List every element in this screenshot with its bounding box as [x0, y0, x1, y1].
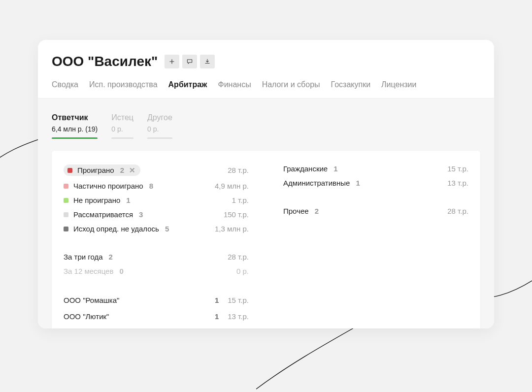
org-count: 1 [215, 312, 219, 321]
sub-tab-indicator [52, 137, 98, 139]
outcome-row[interactable]: Не проиграно11 т.р. [64, 193, 249, 207]
item-amount: 1,3 млн р. [215, 225, 249, 233]
comment-button[interactable] [182, 55, 197, 68]
color-chip [64, 184, 68, 189]
item-count: 1 [126, 196, 130, 204]
item-amount: 150 т.р. [224, 210, 249, 219]
org-row[interactable]: ООО "Лютик"113 т.р. [64, 308, 249, 325]
item-amount: 1 т.р. [232, 196, 249, 204]
color-chip [64, 227, 68, 231]
item-label: Административные [283, 179, 350, 187]
right-column: Гражданские115 т.р.Административные113 т… [283, 162, 468, 325]
page-title: ООО "Василек" [52, 54, 158, 69]
top-tab[interactable]: Сводка [52, 80, 78, 89]
item-count: 1 [333, 164, 337, 173]
item-amount: 28 т.р. [447, 207, 468, 215]
comment-icon [186, 58, 193, 65]
close-icon[interactable]: ✕ [129, 166, 135, 174]
plus-icon [168, 58, 175, 65]
download-icon [204, 58, 211, 65]
period-row[interactable]: За три года228 т.р. [64, 250, 249, 264]
color-chip [64, 198, 68, 203]
category-row[interactable]: Административные113 т.р. [283, 176, 468, 190]
category-row[interactable]: Гражданские115 т.р. [283, 162, 468, 176]
item-count: 1 [356, 179, 360, 187]
sub-tab-indicator [147, 137, 172, 139]
item-label: Прочее [283, 207, 309, 215]
outcome-row[interactable]: Частично проиграно84,9 млн р. [64, 179, 249, 193]
item-amount: 0 р. [236, 267, 249, 275]
org-row[interactable]: ООО "Ромашка"115 т.р. [64, 292, 249, 308]
sub-tab-label: Истец [111, 113, 133, 122]
title-actions [165, 55, 215, 68]
sub-tab[interactable]: Другое0 р. [147, 113, 172, 139]
item-count: 8 [149, 182, 153, 190]
item-count: 2 [109, 253, 113, 261]
left-column: Проиграно2✕28 т.р.Частично проиграно84,9… [64, 162, 249, 325]
item-label: За три года [64, 253, 103, 261]
sub-tab[interactable]: Истец0 р. [111, 113, 133, 139]
outcome-row[interactable]: Проиграно2✕28 т.р. [64, 162, 249, 179]
item-label: Частично проиграно [73, 182, 143, 190]
add-button[interactable] [165, 55, 179, 68]
item-count: 2 [120, 166, 124, 174]
color-chip [67, 168, 72, 173]
item-amount: 28 т.р. [228, 166, 249, 174]
tab-panel: Ответчик6,4 млн р. (19)Истец0 р.Другое0 … [38, 98, 494, 328]
top-tab[interactable]: Финансы [218, 80, 251, 89]
sub-tab[interactable]: Ответчик6,4 млн р. (19) [52, 113, 98, 139]
color-chip [64, 212, 68, 217]
org-count: 1 [215, 296, 219, 304]
sub-tab-value: 0 р. [147, 125, 172, 133]
item-amount: 4,9 млн р. [215, 182, 249, 190]
item-label: Проиграно [77, 166, 114, 174]
item-label: Не проиграно [73, 196, 120, 204]
top-tab[interactable]: Госзакупки [331, 80, 371, 89]
org-amount: 15 т.р. [228, 296, 249, 304]
category-row[interactable]: Прочее228 т.р. [283, 204, 468, 218]
item-amount: 13 т.р. [447, 179, 468, 187]
item-label: Исход опред. не удалось [73, 225, 159, 233]
top-tabs: СводкаИсп. производстваАрбитражФинансыНа… [52, 80, 480, 98]
outcome-row[interactable]: Рассматривается3150 т.р. [64, 207, 249, 222]
company-card: ООО "Василек" СводкаИсп. производстваАрб… [38, 40, 494, 328]
item-label: Гражданские [283, 164, 328, 173]
item-count: 3 [139, 210, 143, 219]
filter-pill[interactable]: Проиграно2✕ [64, 164, 140, 176]
org-amount: 13 т.р. [228, 312, 249, 321]
item-label: Рассматривается [73, 210, 133, 219]
sub-tabs: Ответчик6,4 млн р. (19)Истец0 р.Другое0 … [52, 113, 480, 139]
period-row[interactable]: За 12 месяцев00 р. [64, 264, 249, 278]
item-count: 0 [119, 267, 123, 275]
sub-tab-value: 6,4 млн р. (19) [52, 125, 98, 133]
download-button[interactable] [200, 55, 215, 68]
summary-card: Проиграно2✕28 т.р.Частично проиграно84,9… [52, 151, 480, 328]
sub-tab-label: Другое [147, 113, 172, 122]
top-tab[interactable]: Налоги и сборы [262, 80, 320, 89]
sub-tab-label: Ответчик [52, 113, 98, 122]
item-amount: 15 т.р. [447, 164, 468, 173]
card-header: ООО "Василек" СводкаИсп. производстваАрб… [38, 40, 494, 98]
item-count: 5 [165, 225, 169, 233]
sub-tab-indicator [111, 137, 133, 139]
top-tab[interactable]: Исп. производства [89, 80, 158, 89]
sub-tab-value: 0 р. [111, 125, 133, 133]
org-name: ООО "Ромашка" [64, 296, 119, 304]
outcome-row[interactable]: Исход опред. не удалось51,3 млн р. [64, 222, 249, 236]
item-label: За 12 месяцев [64, 267, 113, 275]
top-tab[interactable]: Лицензии [381, 80, 416, 89]
org-name: ООО "Лютик" [64, 312, 109, 321]
item-count: 2 [315, 207, 319, 215]
top-tab[interactable]: Арбитраж [168, 80, 207, 89]
item-amount: 28 т.р. [228, 253, 249, 261]
